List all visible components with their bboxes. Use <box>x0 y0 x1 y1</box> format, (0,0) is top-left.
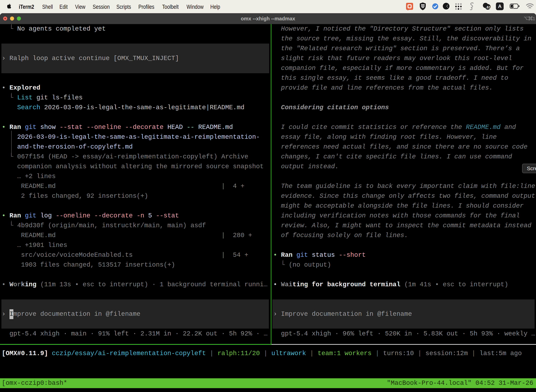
svg-text:1: 1 <box>533 16 535 21</box>
svg-text:..61: ..61 <box>485 5 491 9</box>
